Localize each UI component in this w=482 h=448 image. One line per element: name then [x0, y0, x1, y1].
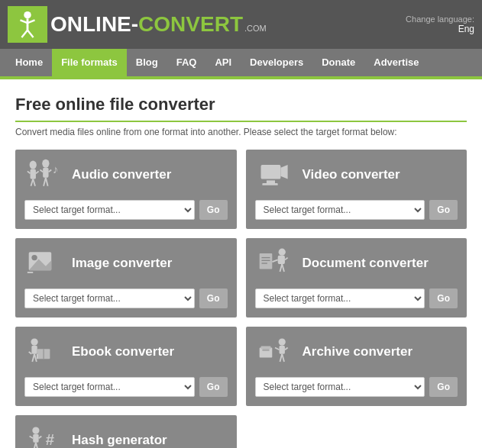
- archive-icon: [255, 334, 295, 369]
- video-go-button[interactable]: Go: [429, 200, 458, 220]
- image-icon: [24, 246, 64, 281]
- document-go-button[interactable]: Go: [429, 288, 458, 308]
- header: ONLINE- CONVERT .COM Change language: En…: [0, 0, 482, 49]
- svg-rect-49: [279, 346, 284, 354]
- logo-area: ONLINE- CONVERT .COM: [8, 6, 267, 43]
- video-card-controls: Select target format... Go: [255, 200, 458, 220]
- svg-point-6: [30, 161, 37, 169]
- svg-point-54: [32, 427, 39, 433]
- nav-faq[interactable]: FAQ: [167, 49, 206, 76]
- ebook-go-button[interactable]: Go: [199, 377, 228, 397]
- document-icon: [255, 246, 295, 281]
- svg-rect-46: [260, 346, 270, 350]
- document-card-controls: Select target format... Go: [255, 288, 458, 308]
- page-title: Free online file converter: [15, 95, 467, 122]
- header-right: Change language: Eng: [406, 15, 474, 34]
- nav-api[interactable]: API: [205, 49, 241, 76]
- image-go-button[interactable]: Go: [199, 288, 228, 308]
- document-converter-title: Document converter: [302, 256, 429, 271]
- svg-point-48: [278, 338, 285, 345]
- svg-line-11: [33, 179, 35, 186]
- svg-text:#: #: [46, 431, 54, 448]
- main-nav: Home File formats Blog FAQ API Developer…: [0, 49, 482, 76]
- audio-card-controls: Select target format... Go: [24, 200, 228, 220]
- image-card-header: Image converter: [24, 246, 228, 281]
- image-format-select[interactable]: Select target format...: [24, 288, 195, 308]
- svg-point-24: [31, 255, 37, 260]
- svg-line-29: [272, 259, 277, 262]
- svg-line-17: [46, 178, 48, 186]
- audio-converter-card: ♪ Audio converter Select target format..…: [15, 150, 237, 229]
- nav-donate[interactable]: Donate: [312, 49, 364, 76]
- document-card-header: Document converter: [255, 246, 458, 281]
- svg-rect-38: [31, 346, 37, 354]
- main-content: Free online file converter Convert media…: [0, 79, 482, 448]
- archive-card-header: Archive converter: [255, 334, 458, 369]
- svg-rect-33: [259, 253, 272, 269]
- ebook-converter-card: Ebook converter Select target format... …: [15, 327, 237, 406]
- svg-line-4: [21, 31, 27, 38]
- svg-text:♪: ♪: [53, 163, 58, 176]
- hash-card-header: # Hash generator: [24, 423, 228, 448]
- audio-go-button[interactable]: Go: [199, 200, 228, 220]
- archive-converter-title: Archive converter: [302, 344, 413, 359]
- logo-icon: [8, 6, 47, 43]
- document-converter-card: Document converter Select target format.…: [246, 238, 467, 317]
- svg-point-12: [42, 160, 49, 168]
- svg-rect-21: [266, 180, 274, 183]
- archive-go-button[interactable]: Go: [429, 377, 458, 397]
- archive-format-select[interactable]: Select target format...: [255, 377, 425, 397]
- video-converter-title: Video converter: [302, 167, 400, 182]
- image-card-controls: Select target format... Go: [24, 288, 228, 308]
- svg-line-14: [40, 170, 43, 172]
- hash-converter-card: # Hash generator Select target format...…: [15, 415, 237, 448]
- nav-file-formats[interactable]: File formats: [52, 49, 127, 76]
- logo-convert: CONVERT: [138, 12, 243, 37]
- svg-rect-47: [262, 349, 269, 351]
- video-format-select[interactable]: Select target format...: [255, 200, 425, 220]
- svg-line-50: [275, 347, 280, 350]
- document-format-select[interactable]: Select target format...: [255, 288, 425, 308]
- svg-point-27: [278, 249, 285, 256]
- svg-line-51: [284, 347, 287, 350]
- svg-rect-55: [33, 434, 38, 443]
- svg-rect-22: [262, 183, 277, 185]
- svg-line-56: [30, 436, 34, 438]
- svg-line-41: [29, 352, 32, 354]
- svg-marker-20: [280, 165, 287, 179]
- ebook-card-header: Ebook converter: [24, 334, 228, 369]
- ebook-card-controls: Select target format... Go: [24, 377, 228, 397]
- nav-developers[interactable]: Developers: [241, 49, 312, 76]
- ebook-converter-title: Ebook converter: [72, 344, 174, 359]
- svg-rect-7: [31, 169, 36, 179]
- svg-rect-19: [260, 165, 280, 179]
- audio-icon: ♪: [24, 157, 64, 192]
- logo-figure-icon: [13, 10, 42, 39]
- svg-line-15: [49, 170, 52, 172]
- logo-text: ONLINE- CONVERT .COM: [50, 12, 267, 37]
- ebook-format-select[interactable]: Select target format...: [24, 377, 195, 397]
- svg-rect-28: [277, 256, 284, 264]
- svg-point-37: [31, 338, 37, 345]
- svg-rect-13: [43, 168, 48, 178]
- svg-rect-26: [27, 272, 33, 273]
- image-converter-title: Image converter: [72, 256, 172, 271]
- svg-line-5: [27, 31, 34, 38]
- video-icon: [255, 157, 295, 192]
- archive-converter-card: Archive converter Select target format..…: [246, 327, 467, 406]
- video-converter-card: Video converter Select target format... …: [246, 150, 467, 229]
- svg-line-9: [36, 171, 39, 173]
- audio-format-select[interactable]: Select target format...: [24, 200, 195, 220]
- svg-line-57: [39, 436, 42, 438]
- svg-line-44: [34, 354, 37, 362]
- nav-home[interactable]: Home: [6, 49, 52, 76]
- svg-line-8: [27, 171, 31, 173]
- nav-blog[interactable]: Blog: [127, 49, 167, 76]
- change-language-label: Change language:: [406, 15, 474, 24]
- hash-icon: #: [24, 423, 64, 448]
- nav-advertise[interactable]: Advertise: [364, 49, 428, 76]
- language-value[interactable]: Eng: [406, 24, 474, 34]
- logo-online: ONLINE-: [50, 12, 138, 37]
- svg-line-30: [284, 258, 287, 260]
- image-converter-card: Image converter Select target format... …: [15, 238, 237, 317]
